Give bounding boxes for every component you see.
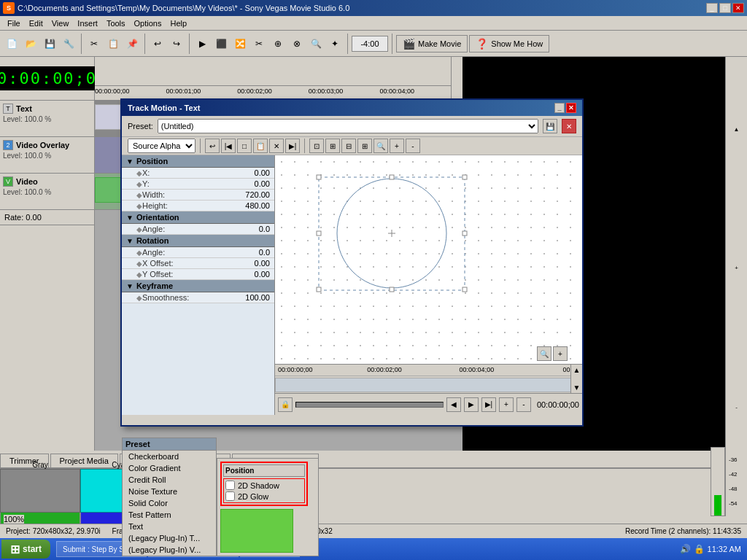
paste-keyframe-button[interactable]: 📋 [253, 139, 268, 153]
add-button[interactable]: + [499, 397, 514, 412]
stretch-button[interactable]: ⊟ [341, 139, 356, 153]
show-me-how-button[interactable]: ❓ Show Me How [469, 35, 549, 52]
svg-rect-7 [317, 231, 321, 236]
tool6[interactable]: ⊗ [288, 35, 306, 52]
cut-button[interactable]: ✂ [85, 35, 103, 52]
title-bar: S C:\Documents and Settings\Temp\My Docu… [0, 0, 747, 16]
record-time: Record Time (2 channels): 11:43:35 [625, 527, 741, 535]
save-button[interactable]: 💾 [41, 35, 58, 52]
gen-credit-roll[interactable]: Credit Roll [123, 474, 216, 486]
svg-rect-5 [390, 175, 394, 179]
preview-zoom-icon[interactable]: 🔍 [537, 346, 551, 361]
track-icon-text: T [3, 104, 13, 114]
close-button[interactable]: ✕ [732, 3, 744, 13]
dialog-close-button[interactable]: ✕ [566, 103, 576, 113]
track-level-text: Level: 100.0 % [3, 115, 91, 123]
start-button[interactable]: ⊞ start [1, 540, 50, 559]
tool5[interactable]: ⊕ [269, 35, 287, 52]
dialog-time-display: 00:00:00;00 [537, 400, 579, 409]
zoom-out-button[interactable]: - [406, 139, 420, 153]
position-height-row: ◆ Height: 480.00 [122, 201, 274, 211]
preset-header: Preset [123, 438, 216, 451]
status-bar: Project: 720x480x32, 29.970i Frame: 0 Pr… [0, 524, 747, 538]
glow-checkbox[interactable] [225, 491, 235, 501]
minimize-button[interactable]: _ [706, 3, 718, 13]
main-toolbar: 📄 📂 💾 🔧 ✂ 📋 📌 ↩ ↪ ▶ ⬛ 🔀 ✂ ⊕ ⊗ 🔍 ✦ -4:00 … [0, 31, 747, 57]
next-keyframe-button[interactable]: ▶| [285, 139, 300, 153]
rotation-angle-row: ◆ Angle: 0.0 [122, 247, 274, 258]
gen-text[interactable]: Text [123, 521, 216, 532]
gen-checkerboard[interactable]: Checkerboard [123, 451, 216, 462]
preset-label: Preset: [128, 122, 153, 131]
prev-keyframe-button[interactable]: |◀ [221, 139, 236, 153]
tool7[interactable]: 🔍 [307, 35, 325, 52]
tool8[interactable]: ✦ [326, 35, 344, 52]
stop-button[interactable]: ▶ [464, 397, 479, 412]
shadow-checkbox[interactable] [225, 481, 235, 490]
redo-button[interactable]: ↪ [168, 35, 185, 52]
properties-panel: ▼ Position ◆ X: 0.00 ◆ Y: 0.00 ◆ Width: … [122, 155, 275, 415]
keyframe-collapse-icon[interactable]: ▼ [126, 282, 133, 290]
position-collapse-icon[interactable]: ▼ [126, 158, 133, 166]
gen-solid-color[interactable]: Solid Color [123, 497, 216, 509]
menu-options[interactable]: Options [130, 18, 166, 28]
grid-button[interactable]: ⊞ [357, 139, 372, 153]
tool3[interactable]: 🔀 [231, 35, 249, 52]
properties-button[interactable]: 🔧 [60, 35, 77, 52]
end-button[interactable]: ▶| [481, 397, 496, 412]
preset-save-button[interactable]: 💾 [543, 119, 557, 133]
timeline-scroll-up[interactable]: ▲ [573, 366, 581, 374]
preset-select[interactable]: (Untitled) [158, 119, 538, 133]
preset-close-button[interactable]: ✕ [562, 119, 576, 133]
vu-meter [711, 469, 725, 516]
tool4[interactable]: ✂ [250, 35, 268, 52]
menu-edit[interactable]: Edit [25, 18, 47, 28]
dialog-minimize-button[interactable]: _ [554, 103, 565, 113]
zoom-in-button[interactable]: + [390, 139, 404, 153]
copy-keyframe-button[interactable]: □ [237, 139, 252, 153]
undo-button[interactable]: ↩ [149, 35, 166, 52]
svg-rect-6 [462, 175, 467, 179]
position-section-header: ▼ Position [122, 155, 274, 168]
color-preview-area: Position 2D Shadow 2D Glow [217, 458, 319, 556]
gen-noise-texture[interactable]: Noise Texture [123, 486, 216, 497]
shadow-glow-box: 2D Shadow 2D Glow [223, 478, 305, 503]
orientation-collapse-icon[interactable]: ▼ [126, 214, 133, 222]
maximize-button[interactable]: □ [719, 3, 731, 13]
new-button[interactable]: 📄 [3, 35, 20, 52]
fit-button[interactable]: ⊡ [309, 139, 324, 153]
menu-tools[interactable]: Tools [102, 18, 130, 28]
paste-button[interactable]: 📌 [123, 35, 141, 52]
dialog-toolbar: Source Alpha ↩ |◀ □ 📋 ✕ ▶| ⊡ ⊞ ⊟ ⊞ 🔍 + - [122, 137, 582, 155]
delete-keyframe-button[interactable]: ✕ [269, 139, 284, 153]
tool1[interactable]: ▶ [193, 35, 211, 52]
rotation-xoffset-row: ◆ X Offset: 0.00 [122, 258, 274, 269]
gen-legacy2[interactable]: (Legacy Plug-In) V... [123, 544, 216, 556]
source-alpha-select[interactable]: Source Alpha [128, 139, 196, 153]
rotation-section-header: ▼ Rotation [122, 235, 274, 247]
reset-button[interactable]: ↩ [205, 139, 220, 153]
preview-add-keyframe-icon[interactable]: + [553, 346, 568, 361]
play-button[interactable]: ◀ [446, 397, 461, 412]
timeline-slider[interactable] [295, 402, 444, 408]
motion-preview-canvas[interactable]: 🔍 + [275, 155, 582, 364]
menu-help[interactable]: Help [166, 18, 191, 28]
timeline-scroll-down[interactable]: ▼ [573, 384, 581, 392]
del-button[interactable]: - [516, 397, 531, 412]
open-button[interactable]: 📂 [22, 35, 39, 52]
gen-test-pattern[interactable]: Test Pattern [123, 509, 216, 521]
copy-button[interactable]: 📋 [104, 35, 122, 52]
fill-button[interactable]: ⊞ [325, 139, 340, 153]
menu-insert[interactable]: Insert [73, 18, 102, 28]
rotation-collapse-icon[interactable]: ▼ [126, 237, 133, 245]
make-movie-button[interactable]: 🎬 Make Movie [396, 35, 468, 52]
lock-button[interactable]: 🔒 [278, 397, 293, 412]
menu-file[interactable]: File [3, 18, 25, 28]
menu-view[interactable]: View [47, 18, 74, 28]
gen-color-gradient[interactable]: Color Gradient [123, 462, 216, 474]
gen-legacy1[interactable]: (Legacy Plug-In) T... [123, 532, 216, 544]
zoom-button[interactable]: 🔍 [374, 139, 388, 153]
taskbar-clock: 11:32 AM [708, 545, 741, 553]
swatch-gray[interactable] [0, 469, 80, 513]
tool2[interactable]: ⬛ [212, 35, 230, 52]
